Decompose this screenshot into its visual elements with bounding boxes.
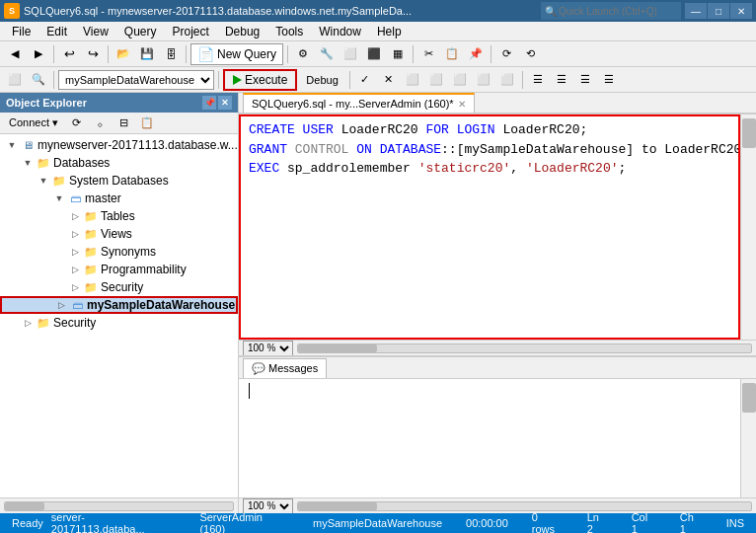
menu-debug[interactable]: Debug xyxy=(217,23,267,40)
oe-header: Object Explorer 📌 ✕ xyxy=(0,93,238,113)
tree-databases[interactable]: ▼ 📁 Databases xyxy=(0,154,238,172)
menu-query[interactable]: Query xyxy=(116,23,165,40)
back-button[interactable]: ◀ xyxy=(4,43,26,65)
tree-security-master[interactable]: ▷ 📁 Security xyxy=(0,278,238,296)
security2-label: Security xyxy=(53,316,96,330)
sec-expand-icon: ▷ xyxy=(67,279,83,295)
status-ready: Ready xyxy=(8,517,47,529)
undo-button[interactable]: ↩ xyxy=(58,43,80,65)
tree-mysample-db[interactable]: ▷ 🗃 mySampleDataWarehouse xyxy=(0,296,238,314)
editor-hscroll-thumb[interactable] xyxy=(298,344,377,352)
kw-semi: ; xyxy=(619,159,627,179)
oe-properties-button[interactable]: 📋 xyxy=(136,113,158,134)
menu-tools[interactable]: Tools xyxy=(267,23,311,40)
tree-server[interactable]: ▼ 🖥 mynewserver-20171113.database.w... xyxy=(0,136,238,154)
tree-master[interactable]: ▼ 🗃 master xyxy=(0,190,238,207)
tb-btn-2[interactable]: 🔧 xyxy=(316,43,338,65)
oe-hscroll-track[interactable] xyxy=(4,501,234,511)
paste-button[interactable]: 📌 xyxy=(465,43,487,65)
tb2-btn-12[interactable]: ☰ xyxy=(574,69,596,91)
results-tab-messages[interactable]: 💬 Messages xyxy=(243,358,327,378)
server-expand-icon: ▼ xyxy=(4,137,20,153)
connect-button[interactable]: Connect ▾ xyxy=(4,113,63,134)
oe-hscroll-thumb[interactable] xyxy=(5,502,44,510)
kw-str2: 'LoaderRC20' xyxy=(526,159,619,179)
tb2-sep-3 xyxy=(349,71,350,89)
tb2-btn-4[interactable]: ✕ xyxy=(378,69,400,91)
editor-hscroll-track[interactable] xyxy=(297,343,752,353)
kw-control: CONTROL xyxy=(295,140,349,160)
tb-btn-4[interactable]: ⬛ xyxy=(363,43,385,65)
server-label: mynewserver-20171113.database.w... xyxy=(38,138,238,152)
tb-btn-7[interactable]: ⟲ xyxy=(519,43,541,65)
title-bar: S SQLQuery6.sql - mynewserver-20171113.d… xyxy=(0,0,756,22)
tree-programmability[interactable]: ▷ 📁 Programmability xyxy=(0,261,238,278)
tb2-btn-3[interactable]: ✓ xyxy=(354,69,376,91)
oe-refresh-button[interactable]: ⟳ xyxy=(65,113,87,134)
menu-file[interactable]: File xyxy=(4,23,38,40)
tree-views[interactable]: ▷ 📁 Views xyxy=(0,225,238,243)
tb2-btn-8[interactable]: ⬜ xyxy=(473,69,494,91)
tb-btn-6[interactable]: ⟳ xyxy=(495,43,517,65)
results-vscroll[interactable] xyxy=(740,379,756,497)
tree-tables[interactable]: ▷ 📁 Tables xyxy=(0,207,238,225)
tb2-btn-11[interactable]: ☰ xyxy=(551,69,572,91)
open-button[interactable]: 📂 xyxy=(113,43,134,65)
tb-btn-5[interactable]: ▦ xyxy=(387,43,409,65)
quicklaunch-input[interactable] xyxy=(559,6,677,17)
mysample-expand-icon: ▷ xyxy=(53,297,69,313)
tree-system-databases[interactable]: ▼ 📁 System Databases xyxy=(0,172,238,190)
oe-close-button[interactable]: ✕ xyxy=(218,96,232,110)
tb2-btn-10[interactable]: ☰ xyxy=(527,69,549,91)
tb2-btn-2[interactable]: 🔍 xyxy=(28,69,49,91)
tb-btn-1[interactable]: ⚙ xyxy=(292,43,314,65)
execute-button[interactable]: Execute xyxy=(223,69,297,91)
tb2-btn-13[interactable]: ☰ xyxy=(598,69,620,91)
tree-synonyms[interactable]: ▷ 📁 Synonyms xyxy=(0,243,238,261)
menu-view[interactable]: View xyxy=(75,23,116,40)
database-selector[interactable]: mySampleDataWarehouse xyxy=(58,70,214,90)
editor-zoom-select[interactable]: 100 % xyxy=(243,341,293,356)
quicklaunch-icon: 🔍 xyxy=(545,6,557,17)
tab-close-button[interactable]: ✕ xyxy=(458,99,466,110)
new-query-button[interactable]: 📄 New Query xyxy=(190,43,283,65)
save-button[interactable]: 💾 xyxy=(136,43,158,65)
menu-edit[interactable]: Edit xyxy=(38,23,75,40)
oe-collapse-button[interactable]: ⊟ xyxy=(113,113,134,134)
tb-btn-3[interactable]: ⬜ xyxy=(340,43,361,65)
tree-security-top[interactable]: ▷ 📁 Security xyxy=(0,314,238,332)
oe-pin-button[interactable]: 📌 xyxy=(202,96,216,110)
tables-expand-icon: ▷ xyxy=(67,208,83,224)
results-hscroll-track[interactable] xyxy=(297,501,752,511)
results-content[interactable] xyxy=(239,379,740,497)
copy-button[interactable]: 📋 xyxy=(441,43,463,65)
editor-text[interactable]: CREATE USER LoaderRC20 FOR LOGIN LoaderR… xyxy=(239,114,740,340)
editor-vscroll[interactable] xyxy=(740,114,756,340)
results-cursor-line xyxy=(247,383,732,401)
saveall-button[interactable]: 🗄 xyxy=(160,43,182,65)
cut-button[interactable]: ✂ xyxy=(417,43,439,65)
synonyms-expand-icon: ▷ xyxy=(67,244,83,260)
maximize-button[interactable]: □ xyxy=(708,3,729,19)
forward-button[interactable]: ▶ xyxy=(28,43,49,65)
menu-window[interactable]: Window xyxy=(311,23,369,40)
tb-sep-6 xyxy=(491,45,491,63)
status-ln: Ln 2 xyxy=(583,511,612,533)
editor-tab-query[interactable]: SQLQuery6.sql - my...ServerAdmin (160)* … xyxy=(243,93,475,113)
tb2-btn-1[interactable]: ⬜ xyxy=(4,69,26,91)
results-hscroll-thumb[interactable] xyxy=(298,502,377,510)
oe-filter-button[interactable]: ⬦ xyxy=(89,113,111,134)
menu-project[interactable]: Project xyxy=(165,23,217,40)
menu-help[interactable]: Help xyxy=(369,23,410,40)
minimize-button[interactable]: — xyxy=(685,3,707,19)
tb2-btn-7[interactable]: ⬜ xyxy=(449,69,471,91)
editor-vscroll-thumb[interactable] xyxy=(742,118,756,148)
close-button[interactable]: ✕ xyxy=(730,3,752,19)
execute-label: Execute xyxy=(245,73,287,87)
debug-button[interactable]: Debug xyxy=(299,69,344,91)
tb2-btn-6[interactable]: ⬜ xyxy=(425,69,447,91)
redo-button[interactable]: ↪ xyxy=(82,43,104,65)
results-vscroll-thumb[interactable] xyxy=(742,383,756,413)
tb2-btn-5[interactable]: ⬜ xyxy=(402,69,423,91)
tb2-btn-9[interactable]: ⬜ xyxy=(496,69,518,91)
